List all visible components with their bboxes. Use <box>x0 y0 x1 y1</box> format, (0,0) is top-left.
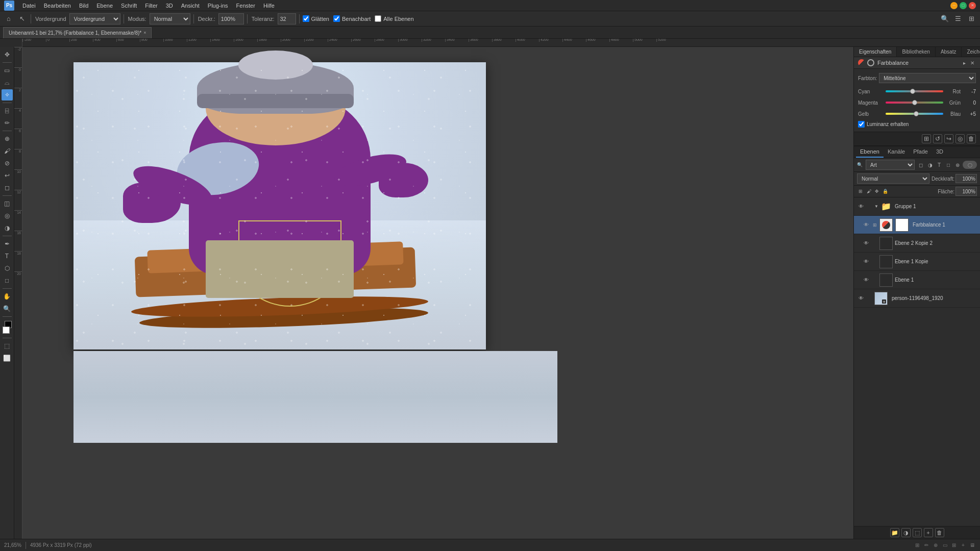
lock-all-icon[interactable]: 🔒 <box>881 188 889 195</box>
layer-item-ebene1kopie[interactable]: 👁 Ebene 1 Kopie <box>854 253 980 271</box>
luminanz-checkbox[interactable] <box>858 121 865 128</box>
magenta-slider-container[interactable] <box>886 98 943 107</box>
opacity-input[interactable] <box>955 174 977 183</box>
dodge-tool[interactable]: ◑ <box>2 222 13 234</box>
lock-position-icon[interactable]: ✥ <box>873 188 880 195</box>
props-icon-2[interactable]: ↺ <box>933 134 942 143</box>
gradient-tool[interactable]: ◫ <box>2 198 13 209</box>
status-icon-4[interactable]: ▭ <box>941 542 948 549</box>
status-icon-5[interactable]: ⊞ <box>950 542 958 549</box>
background-color[interactable] <box>3 327 10 334</box>
arrange-icon[interactable]: ⊞ <box>966 13 977 24</box>
tab-eigenschaften[interactable]: Eigenschaften <box>854 47 897 57</box>
lock-pixels-icon[interactable]: 🖌 <box>865 188 872 195</box>
path-tool[interactable]: ⬡ <box>2 263 13 274</box>
layer-item-person[interactable]: 👁 ⊞ person-1196498_1920 <box>854 289 980 308</box>
brush-tool[interactable]: 🖌 <box>2 145 13 157</box>
lasso-tool[interactable]: ⌓ <box>2 77 13 88</box>
filter-shape-icon[interactable]: □ <box>944 161 952 169</box>
menu-fenster[interactable]: Fenster <box>232 2 259 10</box>
window-maximize[interactable]: □ <box>960 2 967 9</box>
filter-toggle[interactable]: ◯ <box>963 161 977 169</box>
lock-transparent-icon[interactable]: ⊞ <box>857 188 864 195</box>
props-icon-1[interactable]: ⊞ <box>922 134 931 143</box>
props-icon-5[interactable]: 🗑 <box>967 134 976 143</box>
stamp-tool[interactable]: ⊘ <box>2 158 13 169</box>
menu-3d[interactable]: 3D <box>162 2 177 10</box>
tab-close[interactable]: × <box>143 30 146 35</box>
workspace-icon[interactable]: ☰ <box>952 13 964 24</box>
delete-layer-btn[interactable]: 🗑 <box>935 528 944 537</box>
tab-ebenen[interactable]: Ebenen <box>856 146 884 158</box>
visibility-icon[interactable]: 👁 <box>862 258 870 266</box>
menu-hilfe[interactable]: Hilfe <box>259 2 279 10</box>
mode-select[interactable]: Normal <box>150 13 190 24</box>
menu-datei[interactable]: Datei <box>18 2 40 10</box>
menu-filter[interactable]: Filter <box>141 2 161 10</box>
new-mask-btn[interactable]: ⬚ <box>913 528 922 537</box>
status-icon-6[interactable]: + <box>960 542 967 549</box>
color-swatches[interactable] <box>4 320 11 335</box>
visibility-icon[interactable]: 👁 <box>862 276 870 284</box>
new-group-btn[interactable]: 📁 <box>890 528 899 537</box>
close-farbbalance-btn[interactable]: ✕ <box>969 59 976 66</box>
filter-pixel-icon[interactable]: ◻ <box>917 161 925 169</box>
props-icon-3[interactable]: ↪ <box>944 134 953 143</box>
eyedropper-tool[interactable]: ✏ <box>2 117 13 129</box>
fill-input[interactable] <box>955 187 977 196</box>
crop-tool[interactable]: ⌸ <box>2 105 13 116</box>
visibility-icon[interactable]: 👁 <box>857 203 865 211</box>
status-icon-2[interactable]: ✏ <box>923 542 930 549</box>
smooth-label[interactable]: Glätten <box>303 15 329 22</box>
filter-smart-icon[interactable]: ⊛ <box>953 161 962 169</box>
blur-tool[interactable]: ◎ <box>2 210 13 221</box>
eraser-tool[interactable]: ◻ <box>2 182 13 193</box>
new-adjustment-btn[interactable]: ◑ <box>901 528 911 537</box>
expand-icon[interactable]: ▼ <box>874 204 878 209</box>
tab-kanaele[interactable]: Kanäle <box>884 146 909 158</box>
menu-schrift[interactable]: Schrift <box>117 2 141 10</box>
move-tool[interactable]: ✥ <box>2 49 13 60</box>
menu-plugins[interactable]: Plug-ins <box>204 2 232 10</box>
status-icon-3[interactable]: ⊕ <box>932 542 939 549</box>
screen-mode[interactable]: ⬜ <box>2 353 13 364</box>
magenta-slider-thumb[interactable] <box>912 100 917 105</box>
all-layers-checkbox[interactable] <box>375 15 381 22</box>
filter-type-select[interactable]: Art <box>866 160 915 170</box>
tolerance-input[interactable] <box>278 13 296 24</box>
all-layers-label[interactable]: Alle Ebenen <box>375 15 413 22</box>
magic-wand-tool[interactable]: ✧ <box>2 89 13 101</box>
filter-text-icon[interactable]: T <box>935 161 943 169</box>
document-tab[interactable]: Unbenannt-1 bei 21,7% (Farbbalance 1, Eb… <box>3 27 152 38</box>
adjacent-label[interactable]: Benachbart <box>333 15 371 22</box>
tab-absatz[interactable]: Absatz <box>936 47 962 57</box>
tool-select[interactable]: ↖ <box>16 13 28 24</box>
history-brush[interactable]: ↩ <box>2 170 13 181</box>
layer-item-farbbalance[interactable]: 👁 ⊞ Farbbalance 1 <box>854 216 980 234</box>
expand-btn[interactable]: ▸ <box>961 59 968 66</box>
menu-ebene[interactable]: Ebene <box>92 2 117 10</box>
zoom-tool[interactable]: 🔍 <box>2 303 13 314</box>
smooth-checkbox[interactable] <box>303 15 309 22</box>
tab-pfade[interactable]: Pfade <box>909 146 932 158</box>
tab-3d[interactable]: 3D <box>932 146 947 158</box>
filter-adjust-icon[interactable]: ◑ <box>926 161 934 169</box>
pen-tool[interactable]: ✒ <box>2 238 13 249</box>
layer-item-ebene1[interactable]: 👁 Ebene 1 <box>854 271 980 289</box>
canvas-area[interactable] <box>22 47 853 539</box>
text-tool[interactable]: T <box>2 251 13 262</box>
tab-bibliotheken[interactable]: Bibliotheken <box>897 47 935 57</box>
layer-item-ebene2kopie2[interactable]: 👁 Ebene 2 Kopie 2 <box>854 234 980 253</box>
menu-bearbeiten[interactable]: Bearbeiten <box>40 2 75 10</box>
props-icon-4[interactable]: ◎ <box>955 134 965 143</box>
mask-mode[interactable]: ⬚ <box>2 340 13 352</box>
visibility-icon[interactable]: 👁 <box>862 239 870 247</box>
hand-tool[interactable]: ✋ <box>2 291 13 302</box>
vordergrund-select[interactable]: Vordergrund <box>69 13 120 24</box>
adjacent-checkbox[interactable] <box>333 15 340 22</box>
status-icon-1[interactable]: ⊞ <box>914 542 921 549</box>
healing-tool[interactable]: ⊕ <box>2 133 13 144</box>
visibility-icon[interactable]: 👁 <box>862 221 870 229</box>
cyan-slider-container[interactable] <box>886 87 943 95</box>
menu-bild[interactable]: Bild <box>75 2 92 10</box>
